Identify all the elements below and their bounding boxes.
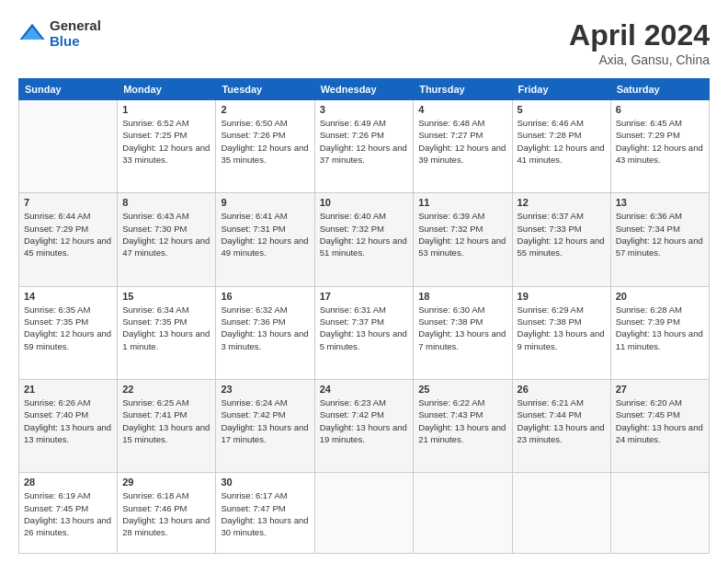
cell-w3-d2: 15 Sunrise: 6:34 AMSunset: 7:35 PMDaylig… [118, 286, 216, 379]
logo-icon [18, 20, 46, 48]
day-number: 10 [320, 197, 409, 208]
calendar-header-row: Sunday Monday Tuesday Wednesday Thursday… [19, 79, 710, 100]
cell-w1-d6: 5 Sunrise: 6:46 AMSunset: 7:28 PMDayligh… [512, 100, 610, 193]
logo: General Blue [18, 18, 101, 49]
day-info: Sunrise: 6:28 AMSunset: 7:39 PMDaylight:… [616, 304, 704, 352]
page: General Blue April 2024 Axia, Gansu, Chi… [0, 0, 728, 563]
week-row-3: 14 Sunrise: 6:35 AMSunset: 7:35 PMDaylig… [19, 286, 710, 379]
cell-w5-d3: 30 Sunrise: 6:17 AMSunset: 7:47 PMDaylig… [216, 473, 314, 554]
day-number: 2 [221, 104, 309, 115]
day-info: Sunrise: 6:34 AMSunset: 7:35 PMDaylight:… [122, 304, 210, 352]
cell-w2-d1: 7 Sunrise: 6:44 AMSunset: 7:29 PMDayligh… [19, 193, 118, 286]
cell-w4-d1: 21 Sunrise: 6:26 AMSunset: 7:40 PMDaylig… [19, 379, 118, 472]
col-sunday: Sunday [19, 79, 118, 100]
cell-w1-d3: 2 Sunrise: 6:50 AMSunset: 7:26 PMDayligh… [216, 100, 314, 193]
day-info: Sunrise: 6:24 AMSunset: 7:42 PMDaylight:… [221, 396, 309, 445]
day-number: 8 [122, 197, 210, 208]
col-saturday: Saturday [610, 79, 709, 100]
day-info: Sunrise: 6:21 AMSunset: 7:44 PMDaylight:… [518, 396, 606, 445]
day-number: 27 [616, 384, 704, 395]
day-info: Sunrise: 6:45 AMSunset: 7:29 PMDaylight:… [616, 117, 704, 166]
day-number: 17 [320, 291, 409, 302]
main-title: April 2024 [569, 18, 710, 52]
day-number: 6 [616, 104, 704, 115]
title-area: April 2024 Axia, Gansu, China [569, 18, 710, 67]
cell-w4-d2: 22 Sunrise: 6:25 AMSunset: 7:41 PMDaylig… [118, 379, 216, 472]
col-wednesday: Wednesday [314, 79, 414, 100]
cell-w1-d4: 3 Sunrise: 6:49 AMSunset: 7:26 PMDayligh… [314, 100, 414, 193]
day-number: 12 [518, 197, 606, 208]
cell-w2-d7: 13 Sunrise: 6:36 AMSunset: 7:34 PMDaylig… [610, 193, 709, 286]
day-info: Sunrise: 6:23 AMSunset: 7:42 PMDaylight:… [320, 396, 409, 445]
day-info: Sunrise: 6:48 AMSunset: 7:27 PMDaylight:… [418, 117, 506, 166]
logo-blue: Blue [50, 34, 101, 50]
day-info: Sunrise: 6:52 AMSunset: 7:25 PMDaylight:… [122, 117, 210, 166]
day-info: Sunrise: 6:41 AMSunset: 7:31 PMDaylight:… [221, 210, 309, 259]
day-info: Sunrise: 6:18 AMSunset: 7:46 PMDaylight:… [122, 489, 210, 538]
cell-w3-d5: 18 Sunrise: 6:30 AMSunset: 7:38 PMDaylig… [414, 286, 512, 379]
day-info: Sunrise: 6:31 AMSunset: 7:37 PMDaylight:… [320, 304, 409, 352]
cell-w2-d6: 12 Sunrise: 6:37 AMSunset: 7:33 PMDaylig… [512, 193, 610, 286]
day-info: Sunrise: 6:36 AMSunset: 7:34 PMDaylight:… [616, 210, 704, 259]
day-info: Sunrise: 6:37 AMSunset: 7:33 PMDaylight:… [518, 210, 606, 259]
cell-w3-d1: 14 Sunrise: 6:35 AMSunset: 7:35 PMDaylig… [19, 286, 118, 379]
day-info: Sunrise: 6:20 AMSunset: 7:45 PMDaylight:… [616, 396, 704, 445]
day-info: Sunrise: 6:22 AMSunset: 7:43 PMDaylight:… [418, 396, 506, 445]
cell-w5-d1: 28 Sunrise: 6:19 AMSunset: 7:45 PMDaylig… [19, 473, 118, 554]
cell-w1-d2: 1 Sunrise: 6:52 AMSunset: 7:25 PMDayligh… [118, 100, 216, 193]
day-number: 25 [418, 384, 506, 395]
day-number: 16 [221, 291, 309, 302]
day-info: Sunrise: 6:49 AMSunset: 7:26 PMDaylight:… [320, 117, 409, 166]
day-number: 19 [518, 291, 606, 302]
day-info: Sunrise: 6:19 AMSunset: 7:45 PMDaylight:… [24, 489, 112, 538]
day-info: Sunrise: 6:39 AMSunset: 7:32 PMDaylight:… [418, 210, 506, 259]
day-info: Sunrise: 6:46 AMSunset: 7:28 PMDaylight:… [518, 117, 606, 166]
week-row-1: 1 Sunrise: 6:52 AMSunset: 7:25 PMDayligh… [19, 100, 710, 193]
day-number: 24 [320, 384, 409, 395]
day-number: 1 [122, 104, 210, 115]
day-info: Sunrise: 6:25 AMSunset: 7:41 PMDaylight:… [122, 396, 210, 445]
day-number: 5 [518, 104, 606, 115]
header: General Blue April 2024 Axia, Gansu, Chi… [18, 18, 710, 67]
cell-w1-d1 [19, 100, 118, 193]
subtitle: Axia, Gansu, China [569, 52, 710, 67]
cell-w3-d7: 20 Sunrise: 6:28 AMSunset: 7:39 PMDaylig… [610, 286, 709, 379]
day-number: 29 [122, 477, 210, 488]
cell-w2-d3: 9 Sunrise: 6:41 AMSunset: 7:31 PMDayligh… [216, 193, 314, 286]
calendar: Sunday Monday Tuesday Wednesday Thursday… [18, 78, 710, 554]
cell-w1-d7: 6 Sunrise: 6:45 AMSunset: 7:29 PMDayligh… [610, 100, 709, 193]
week-row-2: 7 Sunrise: 6:44 AMSunset: 7:29 PMDayligh… [19, 193, 710, 286]
day-info: Sunrise: 6:50 AMSunset: 7:26 PMDaylight:… [221, 117, 309, 166]
day-number: 18 [418, 291, 506, 302]
cell-w5-d7 [610, 473, 709, 554]
cell-w4-d4: 24 Sunrise: 6:23 AMSunset: 7:42 PMDaylig… [314, 379, 414, 472]
col-friday: Friday [512, 79, 610, 100]
logo-text: General Blue [50, 18, 101, 49]
cell-w3-d4: 17 Sunrise: 6:31 AMSunset: 7:37 PMDaylig… [314, 286, 414, 379]
day-number: 13 [616, 197, 704, 208]
day-number: 26 [518, 384, 606, 395]
day-number: 14 [24, 291, 112, 302]
day-number: 20 [616, 291, 704, 302]
week-row-5: 28 Sunrise: 6:19 AMSunset: 7:45 PMDaylig… [19, 473, 710, 554]
cell-w2-d4: 10 Sunrise: 6:40 AMSunset: 7:32 PMDaylig… [314, 193, 414, 286]
day-number: 23 [221, 384, 309, 395]
cell-w5-d4 [314, 473, 414, 554]
cell-w4-d7: 27 Sunrise: 6:20 AMSunset: 7:45 PMDaylig… [610, 379, 709, 472]
day-number: 11 [418, 197, 506, 208]
cell-w1-d5: 4 Sunrise: 6:48 AMSunset: 7:27 PMDayligh… [414, 100, 512, 193]
day-number: 7 [24, 197, 112, 208]
day-info: Sunrise: 6:40 AMSunset: 7:32 PMDaylight:… [320, 210, 409, 259]
day-info: Sunrise: 6:44 AMSunset: 7:29 PMDaylight:… [24, 210, 112, 259]
cell-w4-d3: 23 Sunrise: 6:24 AMSunset: 7:42 PMDaylig… [216, 379, 314, 472]
cell-w5-d6 [512, 473, 610, 554]
cell-w2-d2: 8 Sunrise: 6:43 AMSunset: 7:30 PMDayligh… [118, 193, 216, 286]
day-number: 21 [24, 384, 112, 395]
day-info: Sunrise: 6:26 AMSunset: 7:40 PMDaylight:… [24, 396, 112, 445]
col-monday: Monday [118, 79, 216, 100]
day-number: 28 [24, 477, 112, 488]
col-thursday: Thursday [414, 79, 512, 100]
day-number: 9 [221, 197, 309, 208]
cell-w4-d5: 25 Sunrise: 6:22 AMSunset: 7:43 PMDaylig… [414, 379, 512, 472]
cell-w3-d6: 19 Sunrise: 6:29 AMSunset: 7:38 PMDaylig… [512, 286, 610, 379]
